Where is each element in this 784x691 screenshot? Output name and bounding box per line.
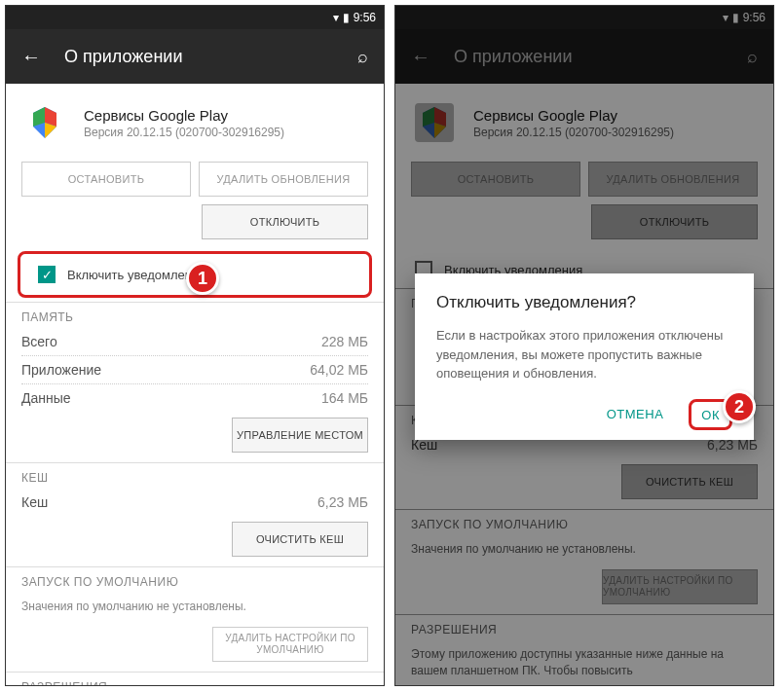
launch-text: Значения по умолчанию не установлены. <box>21 593 368 621</box>
cache-label: Кеш <box>21 494 48 510</box>
cache-header: КЕШ <box>21 471 368 485</box>
memory-section: ПАМЯТЬ Всего228 МБ Приложение64,02 МБ Да… <box>6 302 384 462</box>
mem-data-label: Данные <box>21 390 71 406</box>
app-icon <box>21 99 68 146</box>
ok-button[interactable]: ОК <box>699 406 722 424</box>
clock: 9:56 <box>354 11 376 24</box>
cache-value: 6,23 МБ <box>317 494 368 510</box>
stop-button: ОСТАНОВИТЬ <box>21 162 191 197</box>
dialog-body: Если в настройках этого приложения отклю… <box>436 326 732 383</box>
mem-app-label: Приложение <box>21 362 101 378</box>
battery-icon: ▮ <box>343 11 350 24</box>
back-icon[interactable]: ← <box>21 46 41 68</box>
dialog-title: Отключить уведомления? <box>436 293 732 312</box>
cache-section: КЕШ Кеш6,23 МБ ОЧИСТИТЬ КЕШ <box>6 462 384 566</box>
status-bar: ▾ ▮ 9:56 <box>6 6 384 29</box>
disable-button[interactable]: ОТКЛЮЧИТЬ <box>202 204 368 239</box>
app-name: Сервисы Google Play <box>84 107 284 124</box>
app-version: Версия 20.12.15 (020700-302916295) <box>84 126 284 139</box>
search-icon[interactable]: ⌕ <box>357 47 368 67</box>
mem-total-label: Всего <box>21 334 57 349</box>
app-toolbar: ← О приложении ⌕ <box>6 29 384 84</box>
permissions-header: РАЗРЕШЕНИЯ <box>21 680 368 686</box>
clear-cache-button[interactable]: ОЧИСТИТЬ КЕШ <box>232 522 368 557</box>
permissions-section: РАЗРЕШЕНИЯ Этому приложению доступны ука… <box>6 672 384 686</box>
mem-data-value: 164 МБ <box>321 390 368 406</box>
manage-storage-button[interactable]: УПРАВЛЕНИЕ МЕСТОМ <box>232 418 368 453</box>
app-info-row: Сервисы Google Play Версия 20.12.15 (020… <box>6 84 384 162</box>
uninstall-updates-button: УДАЛИТЬ ОБНОВЛЕНИЯ <box>199 162 368 197</box>
callout-badge-2: 2 <box>723 390 756 423</box>
mem-total-value: 228 МБ <box>321 334 368 349</box>
launch-header: ЗАПУСК ПО УМОЛЧАНИЮ <box>21 575 368 589</box>
clear-defaults-button: УДАЛИТЬ НАСТРОЙКИ ПО УМОЛЧАНИЮ <box>212 627 368 662</box>
phone-left: ▾ ▮ 9:56 ← О приложении ⌕ Сервисы Google… <box>5 5 385 686</box>
wifi-icon: ▾ <box>333 11 339 24</box>
memory-header: ПАМЯТЬ <box>21 310 368 324</box>
disable-notifications-dialog: Отключить уведомления? Если в настройках… <box>415 273 754 440</box>
launch-section: ЗАПУСК ПО УМОЛЧАНИЮ Значения по умолчани… <box>6 566 384 672</box>
notifications-label: Включить уведомления <box>67 268 205 282</box>
cancel-button[interactable]: ОТМЕНА <box>601 399 670 429</box>
callout-badge-1: 1 <box>186 262 219 295</box>
checkbox-icon[interactable]: ✓ <box>38 266 56 283</box>
mem-app-value: 64,02 МБ <box>310 362 368 378</box>
toolbar-title: О приложении <box>64 47 334 67</box>
phone-right: ▾ ▮ 9:56 ← О приложении ⌕ Сервисы Google… <box>394 5 774 686</box>
